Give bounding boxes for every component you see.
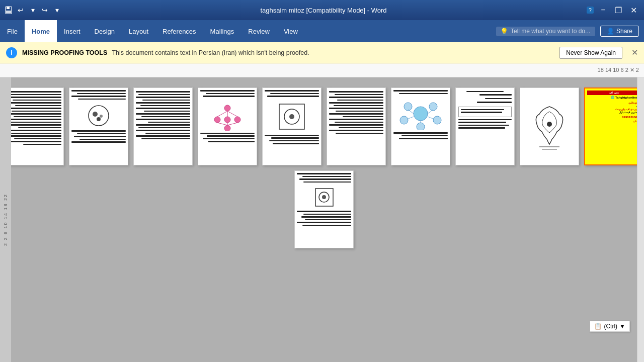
- page-11[interactable]: [294, 170, 354, 248]
- svg-point-5: [89, 106, 109, 126]
- svg-text:?: ?: [589, 8, 592, 13]
- svg-line-14: [217, 111, 227, 117]
- page-10-ad[interactable]: تحقیق آنلاین Tahghighonline.ir 🌐 مرجع دا…: [584, 87, 637, 165]
- document-canvas[interactable]: تحقیق آنلاین Tahghighonline.ir 🌐 مرجع دا…: [11, 77, 637, 362]
- svg-line-19: [227, 123, 237, 125]
- title-bar-left: ↩ ▾ ↪ ▾: [4, 6, 61, 15]
- close-button[interactable]: ✕: [627, 4, 640, 17]
- undo-dropdown-icon[interactable]: ▾: [28, 6, 37, 15]
- minimize-button[interactable]: −: [597, 4, 610, 17]
- svg-line-30: [428, 110, 433, 114]
- svg-point-10: [214, 117, 220, 123]
- svg-point-25: [429, 103, 437, 111]
- tab-home[interactable]: Home: [25, 20, 57, 42]
- clipboard-icon: 📋: [594, 323, 602, 330]
- notification-text: MISSING PROOFING TOOLS This document con…: [22, 49, 554, 56]
- page-7[interactable]: [391, 87, 450, 165]
- left-ruler: 2 2 6 10 14 18 22: [0, 77, 11, 362]
- redo-icon[interactable]: ↪: [40, 6, 49, 15]
- notification-icon: i: [6, 47, 17, 58]
- ribbon-search-area: 💡: [496, 27, 595, 36]
- notification-message: This document contains text in Persian (…: [112, 49, 309, 56]
- svg-line-31: [407, 117, 414, 119]
- save-icon[interactable]: [4, 6, 13, 15]
- tab-review[interactable]: Review: [241, 20, 277, 42]
- ctrl-popup[interactable]: 📋 (Ctrl) ▼: [590, 321, 630, 332]
- svg-line-17: [217, 123, 227, 125]
- svg-point-9: [224, 105, 230, 111]
- svg-point-24: [404, 103, 412, 111]
- page-6[interactable]: [327, 87, 386, 165]
- never-show-button[interactable]: Never Show Again: [559, 47, 622, 59]
- restore-button[interactable]: ❐: [612, 4, 625, 17]
- lightbulb-icon: 💡: [500, 28, 508, 35]
- svg-point-7: [100, 115, 103, 118]
- page-8[interactable]: [455, 87, 515, 165]
- page-row-1: تحقیق آنلاین Tahghighonline.ir 🌐 مرجع دا…: [11, 87, 637, 165]
- svg-point-26: [400, 116, 408, 124]
- undo-icon[interactable]: ↩: [16, 6, 25, 15]
- page-3[interactable]: [133, 87, 193, 165]
- tab-view[interactable]: View: [277, 20, 305, 42]
- page-5[interactable]: [262, 87, 321, 165]
- share-button[interactable]: 👤 Share: [600, 26, 639, 37]
- main-area: 2 2 6 10 14 18 22: [0, 77, 644, 362]
- title-bar: ↩ ▾ ↪ ▾ taghsaim mitoz [Compatibility Mo…: [0, 0, 644, 20]
- svg-point-8: [97, 117, 101, 121]
- search-input[interactable]: [511, 28, 591, 35]
- page-4[interactable]: [198, 87, 257, 165]
- tab-design[interactable]: Design: [88, 20, 122, 42]
- svg-line-29: [408, 110, 414, 114]
- scrollbar-vertical[interactable]: [637, 77, 644, 362]
- title-bar-title: taghsaim mitoz [Compatibility Mode] - Wo…: [61, 7, 586, 14]
- page-row-2: [294, 170, 354, 248]
- customize-icon[interactable]: ▾: [52, 6, 61, 15]
- ctrl-dropdown-icon[interactable]: ▼: [619, 323, 625, 330]
- svg-point-22: [289, 114, 294, 119]
- page-1[interactable]: [11, 87, 64, 165]
- left-ruler-numbers: 2 2 6 10 14 18 22: [3, 194, 8, 246]
- ruler-numbers: 18 14 10 6 2 ✕ 2: [598, 67, 639, 73]
- svg-line-16: [227, 111, 237, 117]
- pages-container: تحقیق آنلاین Tahghighonline.ir 🌐 مرجع دا…: [11, 87, 637, 248]
- svg-point-13: [224, 125, 230, 131]
- ctrl-label: (Ctrl): [604, 323, 617, 330]
- tab-layout[interactable]: Layout: [122, 20, 155, 42]
- ribbon: File Home Insert Design Layout Reference…: [0, 20, 644, 42]
- page-9[interactable]: [520, 87, 579, 165]
- svg-point-23: [414, 107, 428, 121]
- tab-insert[interactable]: Insert: [57, 20, 88, 42]
- svg-point-12: [234, 117, 240, 123]
- tab-references[interactable]: References: [155, 20, 203, 42]
- svg-point-28: [417, 123, 425, 130]
- notification-close-icon[interactable]: ✕: [631, 48, 638, 57]
- svg-point-39: [322, 195, 326, 199]
- ruler: 18 14 10 6 2 ✕ 2: [0, 63, 644, 77]
- page-2[interactable]: [69, 87, 128, 165]
- svg-point-27: [433, 116, 441, 124]
- svg-point-11: [224, 117, 230, 123]
- help-icon[interactable]: ?: [586, 6, 595, 15]
- title-bar-controls: ? − ❐ ✕: [586, 4, 640, 17]
- tab-file[interactable]: File: [0, 20, 25, 42]
- tab-mailings[interactable]: Mailings: [203, 20, 242, 42]
- svg-line-32: [428, 117, 434, 119]
- notification-bold: MISSING PROOFING TOOLS: [22, 49, 107, 56]
- svg-rect-1: [7, 7, 10, 9]
- svg-point-6: [93, 112, 98, 117]
- share-icon: 👤: [607, 28, 614, 35]
- notification-bar: i MISSING PROOFING TOOLS This document c…: [0, 42, 644, 63]
- svg-rect-2: [6, 11, 11, 13]
- svg-point-34: [547, 122, 552, 127]
